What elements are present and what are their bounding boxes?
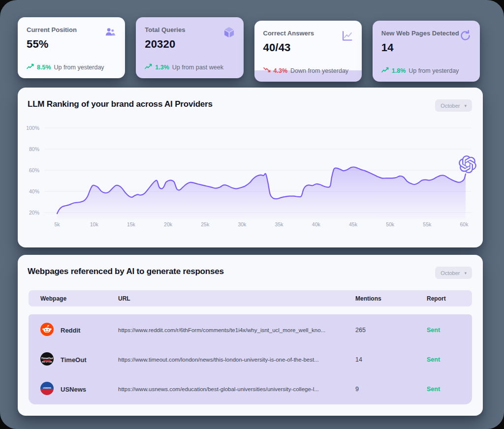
stat-value: 14 xyxy=(381,41,471,54)
svg-text:40k: 40k xyxy=(312,221,321,227)
chevron-down-icon: ▾ xyxy=(464,271,467,276)
chart-period-dropdown[interactable]: October ▾ xyxy=(435,99,472,112)
stat-delta-text: Up from yesterday xyxy=(54,64,104,71)
table-row: Reddit https://www.reddit.com/r/6thForm/… xyxy=(29,315,472,345)
svg-text:40%: 40% xyxy=(29,188,39,194)
webpages-panel: Webpages referenced by AI to generate re… xyxy=(18,255,483,416)
stat-delta: 4.3% xyxy=(274,67,288,74)
stat-value: 40/43 xyxy=(263,41,353,54)
chart-panel-title: LLM Ranking of your brand across AI Prov… xyxy=(28,99,213,109)
stat-card-new-webpages: New Web Pages Detected 14 1.8% Up from y… xyxy=(373,21,480,82)
svg-text:20k: 20k xyxy=(164,221,173,227)
stat-title: Current Position xyxy=(27,26,116,33)
column-url: URL xyxy=(118,295,355,302)
svg-text:20%: 20% xyxy=(29,210,39,215)
mentions-value: 14 xyxy=(355,356,427,363)
dashboard: Current Position 55% 8.5% Up from yester… xyxy=(0,0,504,429)
svg-text:45k: 45k xyxy=(349,221,358,227)
stat-card-current-position: Current Position 55% 8.5% Up from yester… xyxy=(18,17,125,78)
stat-value: 20320 xyxy=(145,38,234,51)
openai-logo-icon xyxy=(459,155,476,173)
webpage-cell: Reddit xyxy=(40,323,118,337)
column-mentions: Mentions xyxy=(355,295,427,302)
chevron-down-icon: ▾ xyxy=(464,103,467,108)
trend-down-icon xyxy=(263,67,271,74)
webpage-name: TimeOut xyxy=(61,356,87,364)
stat-delta: 1.8% xyxy=(392,67,406,74)
svg-text:80%: 80% xyxy=(29,146,39,152)
mentions-value: 9 xyxy=(355,386,427,393)
stat-title: Correct Answers xyxy=(263,30,353,37)
svg-text:30k: 30k xyxy=(238,221,247,227)
stat-card-total-queries: Total Queries 20320 1.3% Up from past we… xyxy=(136,17,243,78)
column-report: Report xyxy=(427,295,460,302)
webpage-name: Reddit xyxy=(61,327,80,334)
stat-value: 55% xyxy=(27,38,116,51)
stat-card-correct-answers: Correct Answers 40/43 4.3% Down from yes… xyxy=(254,21,362,82)
table-row: USNEWS USNews https://www.usnews.com/edu… xyxy=(29,374,472,404)
chart-period-label: October xyxy=(441,103,460,109)
stat-delta-text: Up from past week xyxy=(172,64,223,71)
svg-text:USNEWS: USNEWS xyxy=(43,387,51,389)
table-panel-title: Webpages referenced by AI to generate re… xyxy=(28,267,224,276)
webpage-url-link[interactable]: https://www.usnews.com/education/best-gl… xyxy=(118,386,355,392)
table-row: TimeOut BEST OF TOWN TimeOut https://www… xyxy=(29,345,472,374)
users-icon xyxy=(104,26,117,41)
report-status-link[interactable]: Sent xyxy=(427,356,460,363)
report-status-link[interactable]: Sent xyxy=(427,386,460,393)
reddit-icon xyxy=(40,323,54,337)
svg-text:50k: 50k xyxy=(386,221,395,227)
svg-text:60k: 60k xyxy=(460,221,469,227)
svg-text:5k: 5k xyxy=(54,221,60,227)
llm-ranking-panel: LLM Ranking of your brand across AI Prov… xyxy=(18,88,483,247)
webpage-url-link[interactable]: https://www.reddit.com/r/6thForm/comment… xyxy=(118,327,355,333)
svg-text:BEST OF TOWN: BEST OF TOWN xyxy=(42,361,52,363)
trend-up-icon xyxy=(145,63,152,71)
column-webpage: Webpage xyxy=(40,295,118,302)
svg-text:15k: 15k xyxy=(127,221,136,227)
stat-delta-text: Up from yesterday xyxy=(409,67,459,74)
stat-trend: 1.8% Up from yesterday xyxy=(381,67,459,74)
stat-title: New Web Pages Detected xyxy=(381,30,471,37)
stat-trend: 1.3% Up from past week xyxy=(145,63,223,71)
stat-delta-text: Down from yesterday xyxy=(290,67,348,74)
svg-text:100%: 100% xyxy=(26,125,39,131)
svg-text:25k: 25k xyxy=(201,221,210,227)
webpage-cell: USNEWS USNews xyxy=(40,382,118,397)
svg-text:TimeOut: TimeOut xyxy=(41,357,53,360)
stat-title: Total Queries xyxy=(145,26,234,33)
mentions-value: 265 xyxy=(355,327,427,334)
stat-trend: 8.5% Up from yesterday xyxy=(27,63,104,71)
report-status-link[interactable]: Sent xyxy=(427,327,460,334)
webpage-cell: TimeOut BEST OF TOWN TimeOut xyxy=(40,352,118,367)
webpage-url-link[interactable]: https://www.timeout.com/london/news/this… xyxy=(118,357,355,363)
svg-text:10k: 10k xyxy=(90,221,99,227)
webpage-name: USNews xyxy=(61,386,86,393)
trend-up-icon xyxy=(381,67,389,74)
trend-up-icon xyxy=(27,63,34,71)
svg-text:55k: 55k xyxy=(423,221,432,227)
table-header: Webpage URL Mentions Report xyxy=(29,290,472,306)
stat-delta: 8.5% xyxy=(37,64,51,71)
table-period-label: October xyxy=(441,270,460,276)
llm-ranking-chart: 20%40%60%80%100%5k10k15k20k25k30k35k40k4… xyxy=(18,123,483,231)
refresh-icon xyxy=(459,29,472,44)
table-period-dropdown[interactable]: October ▾ xyxy=(435,267,472,279)
table-body: Reddit https://www.reddit.com/r/6thForm/… xyxy=(29,314,472,404)
svg-text:35k: 35k xyxy=(275,221,284,227)
svg-text:60%: 60% xyxy=(29,167,39,173)
usnews-icon: USNEWS xyxy=(40,382,54,397)
timeout-icon: TimeOut BEST OF TOWN xyxy=(40,352,54,367)
stat-trend: 4.3% Down from yesterday xyxy=(263,67,349,74)
cube-icon xyxy=(222,26,236,41)
stat-cards-row: Current Position 55% 8.5% Up from yester… xyxy=(18,17,480,82)
stat-delta: 1.3% xyxy=(155,64,169,71)
chart-line-icon xyxy=(341,29,354,44)
